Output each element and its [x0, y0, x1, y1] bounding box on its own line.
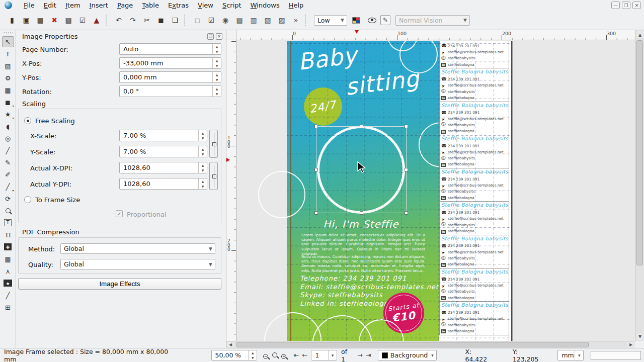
select-tool[interactable]: ↖: [2, 36, 14, 47]
pdf-checkbox-icon[interactable]: ☑: [205, 14, 218, 26]
restore-button[interactable]: ❐: [622, 2, 630, 9]
paste-icon[interactable]: ❏: [169, 14, 182, 26]
scrollbar-thumb[interactable]: [636, 40, 643, 265]
table-tool[interactable]: ▦: [2, 84, 14, 96]
tearoff-tab[interactable]: Steffie Bologna babysits!☎234 239 201 09…: [439, 235, 509, 268]
pdf-fields-tool[interactable]: ⊞: [2, 302, 14, 313]
menu-file[interactable]: File: [19, 1, 39, 10]
next-page-icon[interactable]: →: [357, 351, 363, 359]
layer-select[interactable]: Background ▼: [378, 350, 437, 360]
panel-close-icon[interactable]: ✕: [216, 33, 222, 40]
resize-handle[interactable]: [405, 125, 408, 128]
pdf-annotation-icon[interactable]: ▨: [275, 14, 288, 26]
x-pos-field[interactable]: -33,000 mm ▲▼: [119, 57, 221, 69]
resize-handle[interactable]: [405, 168, 408, 171]
spiral-tool[interactable]: ◎: [2, 133, 14, 144]
tearoff-tab[interactable]: Steffie Bologna babysits!☎234 239 201 09…: [439, 68, 509, 102]
arc-tool[interactable]: ◖: [2, 121, 14, 132]
compression-method-select[interactable]: Global ▼: [60, 243, 215, 254]
zoom-in-icon[interactable]: +: [281, 351, 286, 359]
bezier-curve-tool[interactable]: ✎: [2, 157, 14, 168]
last-page-icon[interactable]: ⇥: [366, 351, 371, 359]
unit-select[interactable]: mm ▼: [557, 350, 584, 360]
link-dpi-chain-icon[interactable]: [209, 162, 218, 190]
preview-mode-eye-icon[interactable]: [368, 18, 376, 23]
tearoff-tab[interactable]: Steffie Bologna babysits!☎234 239 201 09…: [439, 102, 509, 135]
unlink-text-frames-tool[interactable]: ▦: [2, 253, 14, 264]
page-number-spinbox[interactable]: 1 ▼: [311, 350, 337, 360]
cut-icon[interactable]: ✂: [140, 14, 153, 26]
rotate-item-tool[interactable]: ⟳: [2, 193, 14, 204]
y-dpi-field[interactable]: 1028,60 ▲▼: [119, 178, 207, 190]
resize-handle[interactable]: [314, 125, 318, 128]
zoom-default-icon[interactable]: [272, 351, 277, 359]
toolbar-overflow-icon[interactable]: »: [289, 14, 302, 26]
tearoff-tab[interactable]: Steffie Bologna babysits!☎234 239 201 09…: [439, 135, 509, 168]
story-editor-tool[interactable]: TI: [2, 229, 14, 240]
menu-extras[interactable]: Extras: [164, 1, 193, 10]
spin-arrows[interactable]: ▼: [328, 350, 337, 360]
pdf-listbox-icon[interactable]: ▤: [233, 14, 246, 26]
eye-dropper-tool[interactable]: ╱: [2, 290, 14, 301]
text-frame-tool[interactable]: T: [2, 48, 14, 59]
visual-appearance-select[interactable]: Normal Vision ▼: [395, 15, 470, 26]
pdf-textfield-icon[interactable]: ▥: [247, 14, 260, 26]
greeting-text[interactable]: Hi, I'm Steffie: [307, 218, 415, 230]
proportional-checkbox[interactable]: ✔: [116, 210, 123, 217]
free-scaling-radio[interactable]: [24, 117, 31, 124]
shape-tool[interactable]: ◼▾: [2, 97, 14, 108]
spin-arrows[interactable]: ▲▼: [212, 58, 221, 68]
pdf-radiobutton-icon[interactable]: ◉: [219, 14, 232, 26]
zoom-level-spinbox[interactable]: 50,00 % ▲▼: [211, 350, 258, 360]
canvas-viewport[interactable]: Baby sitting 24/7 Hi, I'm Steffie Lorem …: [236, 40, 635, 341]
resize-handle[interactable]: [405, 211, 408, 215]
resize-handle[interactable]: [360, 211, 363, 215]
spin-arrows[interactable]: ▲▼: [212, 44, 221, 54]
menu-help[interactable]: Help: [284, 1, 308, 10]
zoom-tool[interactable]: [2, 205, 14, 216]
toolbar-grip[interactable]: [4, 32, 13, 35]
save-icon[interactable]: ▦: [34, 14, 47, 26]
ruler-origin-box[interactable]: [226, 30, 236, 40]
spin-arrows[interactable]: ▲▼: [212, 86, 221, 97]
badge-247[interactable]: 24/7: [304, 87, 342, 126]
to-frame-size-radio[interactable]: [24, 196, 31, 203]
tearoff-tab[interactable]: Steffie Bologna babysits!☎234 239 201 09…: [439, 41, 509, 68]
scroll-up-icon[interactable]: ▲: [636, 31, 643, 38]
page-number-field[interactable]: Auto ▲▼: [119, 43, 221, 55]
spin-arrows[interactable]: ▲▼: [198, 162, 207, 173]
zoom-out-icon[interactable]: −: [263, 351, 268, 359]
color-management-icon[interactable]: [352, 17, 360, 24]
y-scale-field[interactable]: 7,00 % ▲▼: [119, 146, 207, 157]
spin-arrows[interactable]: ▲▼: [212, 72, 221, 82]
chevron-down-icon[interactable]: ▼: [575, 350, 583, 360]
preflight-verifier-icon[interactable]: ☑: [76, 14, 89, 26]
menu-view[interactable]: View: [193, 1, 218, 10]
open-document-icon[interactable]: ▣: [20, 14, 33, 26]
rotation-field[interactable]: 0,0 ° ▲▼: [119, 85, 221, 97]
chevron-down-icon[interactable]: ▼: [428, 350, 436, 360]
close-icon[interactable]: ✖: [48, 14, 61, 26]
export-pdf-icon[interactable]: ▲: [90, 14, 103, 26]
undo-icon[interactable]: ↶: [112, 14, 125, 26]
print-icon[interactable]: ▤: [62, 14, 75, 26]
y-pos-field[interactable]: 0,000 mm ▲▼: [119, 71, 221, 83]
menu-page[interactable]: Page: [113, 1, 137, 10]
menu-edit[interactable]: Edit: [39, 1, 61, 10]
edit-in-preview-icon[interactable]: ✎: [380, 15, 390, 25]
spin-arrows[interactable]: ▲▼: [198, 146, 207, 157]
spin-arrows[interactable]: ▲▼: [198, 178, 207, 189]
tearoff-tab[interactable]: Steffie Bologna babysits!☎234 239 201 09…: [439, 301, 509, 335]
horizontal-ruler[interactable]: 0 100 200 300: [236, 30, 635, 40]
spin-arrows[interactable]: ▲▼: [248, 350, 257, 360]
measurements-tool[interactable]: ⋏: [2, 265, 14, 277]
calligraphic-line-tool[interactable]: ╱▾: [2, 181, 14, 192]
resize-handle[interactable]: [314, 211, 318, 215]
pdf-pushbutton-icon[interactable]: ◻: [191, 14, 204, 26]
link-text-frames-tool[interactable]: ✚: [2, 241, 14, 252]
polygon-tool[interactable]: ★▾: [2, 109, 14, 120]
redo-icon[interactable]: ↷: [126, 14, 139, 26]
compression-quality-select[interactable]: Global ▼: [60, 259, 215, 269]
x-dpi-field[interactable]: 1028,60 ▲▼: [119, 162, 207, 173]
scroll-right-icon[interactable]: ▶: [627, 342, 634, 347]
